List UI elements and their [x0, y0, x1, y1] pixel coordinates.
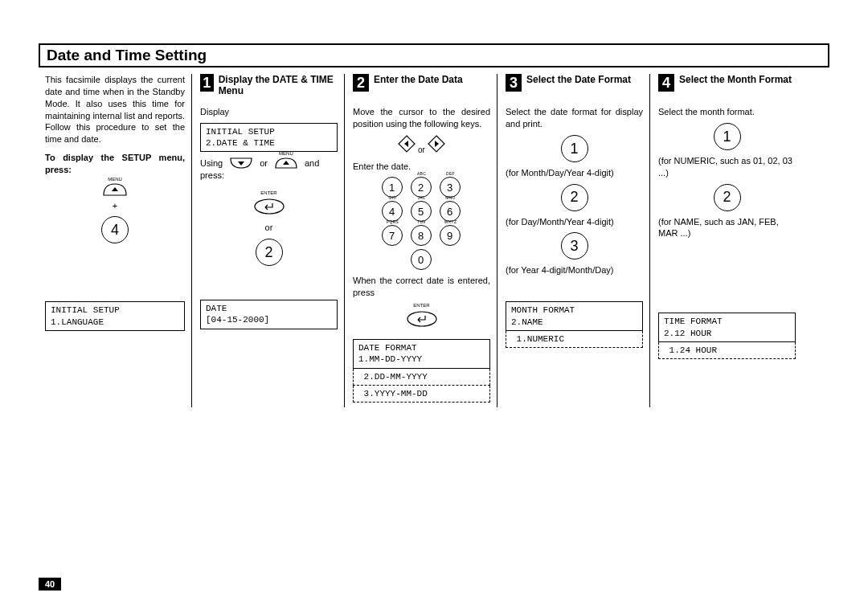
lcd-date-format: DATE FORMAT 1.MM-DD-YYYY: [353, 339, 490, 369]
step-2-title: Enter the Date Data: [374, 74, 463, 85]
month-opt-1-text: (for NUMERIC, such as 01, 02, 03 ...): [658, 155, 796, 179]
month-opt-2-key: 2: [714, 184, 741, 211]
keypad-icon: 1 ABC2 DEF3 GHI4 JKL5 MNO6 PQRS7 TUV8 WX…: [353, 177, 490, 270]
up-button-icon: MENU: [272, 157, 300, 170]
lcd-date: DATE [04-15-2000]: [200, 300, 338, 329]
opt-3-text: (for Year 4-digit/Month/Day): [506, 264, 643, 276]
and-label: and: [305, 157, 319, 170]
step-4-column: 4 Select the Month Format Select the mon…: [649, 74, 802, 407]
step-4-title: Select the Month Format: [679, 74, 792, 85]
press-label: press:: [200, 170, 338, 182]
step-1-title: Display the DATE & TIME Menu: [219, 74, 338, 97]
enter-button-icon-2: ENTER: [406, 302, 438, 331]
month-opt-1-key: 1: [714, 123, 741, 150]
lcd-date-format-opt3: 3.YYYY-MM-DD: [353, 386, 490, 403]
plus-symbol: +: [45, 200, 185, 212]
or-label-3: or: [418, 145, 425, 154]
columns: This facsimile displays the current date…: [39, 74, 829, 407]
keypad-4-icon: 4: [101, 216, 129, 243]
or-label-1: or: [260, 157, 268, 170]
menu-button-icon: MENU: [100, 182, 129, 197]
lcd-date-time: INITIAL SETUP 2.DATE & TIME: [200, 123, 338, 153]
opt-2-text: (for Day/Month/Year 4-digit): [506, 216, 643, 228]
opt-1-key: 1: [561, 135, 588, 162]
lcd-initial-setup: INITIAL SETUP 1.LANGUAGE: [45, 301, 185, 331]
lcd-month-format: MONTH FORMAT 2.NAME: [506, 301, 643, 331]
keypad-2-icon: 2: [256, 239, 283, 266]
step-1-column: 1 Display the DATE & TIME Menu Display I…: [191, 74, 344, 407]
lcd-date-format-opt2: 2.DD-MM-YYYY: [353, 369, 490, 386]
step-2-column: 2 Enter the Date Data Move the cursor to…: [344, 74, 497, 407]
step-3-column: 3 Select the Date Format Select the date…: [497, 74, 649, 407]
step-3-title: Select the Date Format: [526, 74, 631, 85]
svg-point-0: [255, 199, 284, 214]
enter-button-icon: ENTER: [253, 190, 285, 219]
step-3-badge: 3: [506, 74, 522, 92]
intro-column: This facsimile displays the current date…: [39, 74, 191, 407]
manual-page: Date and Time Setting This facsimile dis…: [0, 0, 868, 613]
select-month-para: Select the month format.: [658, 106, 796, 118]
display-label: Display: [200, 106, 338, 118]
lcd-time-format-opt: 1.24 HOUR: [658, 342, 796, 359]
opt-3-key: 3: [561, 232, 588, 260]
setup-instruction: To display the SETUP menu, press:: [45, 152, 185, 176]
using-label: Using: [200, 157, 223, 170]
step-1-badge: 1: [200, 74, 214, 92]
month-opt-2-text: (for NAME, such as JAN, FEB, MAR ...): [658, 216, 796, 240]
lcd-time-format: TIME FORMAT 2.12 HOUR: [658, 313, 796, 342]
select-date-para: Select the date format for display and p…: [506, 106, 643, 130]
right-arrow-icon: [428, 145, 445, 154]
svg-point-1: [407, 312, 436, 326]
page-title: Date and Time Setting: [39, 43, 829, 67]
enter-date-label: Enter the date.: [353, 161, 490, 173]
page-number: 40: [39, 578, 61, 591]
entered-press-label: When the correct date is entered, press: [353, 275, 490, 299]
opt-2-key: 2: [561, 184, 588, 211]
intro-paragraph: This facsimile displays the current date…: [45, 74, 185, 145]
lcd-month-format-opt: 1.NUMERIC: [506, 331, 643, 348]
cursor-instruction: Move the cursor to the desired position …: [353, 106, 490, 130]
or-label-2: or: [200, 222, 338, 234]
opt-1-text: (for Month/Day/Year 4-digit): [506, 167, 643, 179]
step-4-badge: 4: [658, 74, 674, 92]
left-arrow-icon: [398, 145, 418, 154]
down-button-icon: [227, 157, 255, 170]
step-2-badge: 2: [353, 74, 369, 92]
